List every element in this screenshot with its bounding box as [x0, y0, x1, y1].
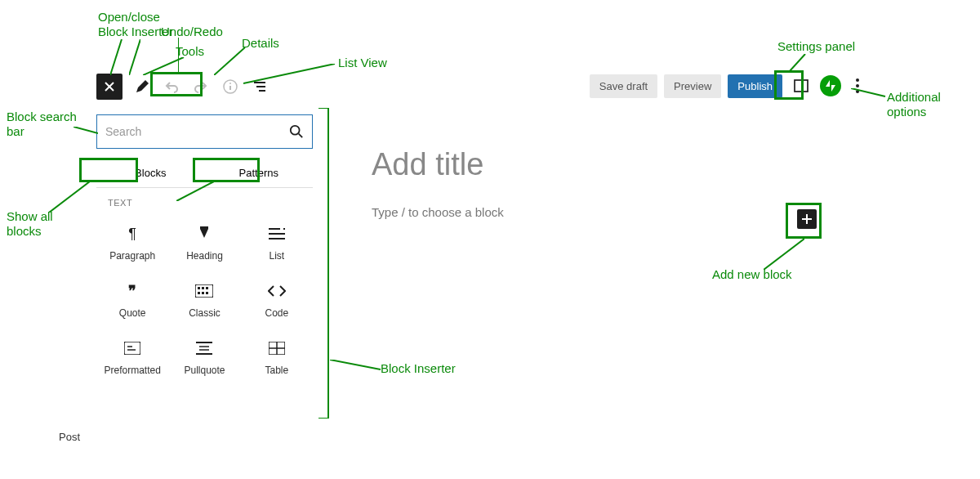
block-table[interactable]: Table [241, 327, 313, 384]
post-title-input[interactable]: Add title [372, 147, 829, 182]
svg-marker-26 [826, 80, 830, 87]
annotation-show-all-blocks: Show all blocks [7, 209, 53, 239]
undo-icon [163, 78, 180, 95]
section-label-text: TEXT [96, 188, 313, 213]
block-search-input[interactable] [105, 125, 289, 138]
svg-rect-39 [206, 287, 208, 289]
undo-button[interactable] [162, 77, 181, 96]
svg-marker-27 [831, 85, 835, 92]
block-label: Table [265, 365, 288, 376]
svg-rect-41 [202, 292, 204, 294]
sidebar-icon [792, 77, 810, 95]
block-label: List [269, 250, 284, 262]
block-label: Classic [189, 307, 220, 319]
preview-button[interactable]: Preview [664, 74, 721, 98]
search-icon [289, 124, 304, 139]
footer-post-tab[interactable]: Post [49, 423, 90, 448]
block-inserter-panel: Blocks Patterns TEXT ¶ Paragraph Heading… [96, 114, 313, 384]
block-label: Heading [186, 250, 223, 262]
annotation-additional-options: Additional options [887, 90, 941, 119]
block-code[interactable]: Code [241, 270, 313, 327]
annotation-add-new-block: Add new block [712, 267, 792, 282]
svg-point-28 [291, 126, 300, 135]
inserter-tabs: Blocks Patterns [96, 159, 313, 187]
dot-icon [856, 78, 859, 82]
editor-canvas: Add title Type / to choose a block [372, 147, 829, 219]
tab-blocks[interactable]: Blocks [96, 159, 205, 187]
svg-line-7 [214, 47, 245, 75]
svg-line-3 [110, 39, 122, 75]
block-label: Quote [119, 307, 146, 319]
svg-line-15 [764, 239, 804, 270]
more-options-button[interactable] [848, 74, 867, 98]
block-label: Paragraph [109, 250, 155, 262]
quote-icon: ❞ [122, 281, 142, 301]
tab-patterns[interactable]: Patterns [205, 159, 314, 187]
jetpack-icon [824, 79, 837, 92]
block-label: Preformatted [104, 365, 160, 376]
block-placeholder[interactable]: Type / to choose a block [372, 205, 829, 219]
block-list[interactable]: List [241, 213, 313, 270]
svg-line-12 [49, 181, 90, 213]
block-label: Code [265, 307, 288, 319]
paragraph-icon: ¶ [122, 224, 142, 244]
top-toolbar [96, 74, 270, 100]
block-paragraph[interactable]: ¶ Paragraph [96, 213, 168, 270]
svg-line-4 [129, 39, 140, 75]
block-classic[interactable]: Classic [168, 270, 240, 327]
svg-rect-24 [795, 80, 808, 92]
svg-line-29 [299, 134, 303, 138]
details-button[interactable] [220, 77, 240, 96]
annotation-settings-panel: Settings panel [777, 39, 855, 54]
redo-icon [193, 78, 209, 95]
svg-rect-42 [206, 292, 208, 294]
block-preformatted[interactable]: Preformatted [96, 327, 168, 384]
annotation-list-view: List View [338, 56, 387, 70]
svg-point-19 [229, 83, 231, 84]
plus-icon [801, 213, 813, 225]
dot-icon [856, 84, 859, 87]
table-icon [267, 338, 287, 358]
annotation-block-inserter: Block Inserter [381, 361, 456, 376]
annotation-tools: Tools [176, 44, 204, 59]
preformatted-icon [122, 338, 142, 358]
svg-rect-30 [200, 226, 208, 229]
close-icon [103, 80, 116, 93]
pencil-icon [134, 78, 150, 95]
svg-rect-43 [124, 342, 140, 355]
heading-icon [194, 224, 214, 244]
dot-icon [856, 90, 859, 93]
annotation-undo-redo: Undo/Redo [161, 25, 223, 39]
annotation-details: Details [242, 36, 279, 51]
list-view-button[interactable] [250, 77, 270, 96]
list-icon [267, 224, 287, 244]
classic-icon [194, 281, 214, 301]
jetpack-button[interactable] [820, 75, 841, 96]
tools-button[interactable] [132, 77, 152, 96]
save-draft-button[interactable]: Save draft [590, 74, 657, 98]
block-label: Pullquote [184, 365, 225, 376]
pullquote-icon [194, 338, 214, 358]
svg-rect-38 [202, 287, 204, 289]
settings-panel-button[interactable] [789, 74, 813, 98]
svg-line-14 [330, 360, 381, 369]
svg-line-11 [74, 127, 98, 133]
code-icon [267, 281, 287, 301]
annotation-block-search: Block search bar [7, 110, 77, 139]
block-quote[interactable]: ❞ Quote [96, 270, 168, 327]
svg-rect-40 [198, 292, 200, 294]
inserter-toggle-button[interactable] [96, 74, 122, 100]
block-search-wrap [96, 114, 313, 149]
info-icon [222, 78, 238, 95]
block-pullquote[interactable]: Pullquote [168, 327, 240, 384]
top-right-controls: Save draft Preview Publish [590, 74, 867, 98]
publish-button[interactable]: Publish [728, 74, 782, 98]
svg-marker-31 [200, 229, 208, 238]
annotation-open-close: Open/close Block Inserter [98, 10, 173, 39]
list-view-icon [252, 78, 268, 95]
block-heading[interactable]: Heading [168, 213, 240, 270]
svg-rect-37 [198, 287, 200, 289]
add-block-button[interactable] [797, 209, 817, 229]
svg-line-9 [789, 54, 805, 72]
redo-button[interactable] [191, 77, 211, 96]
